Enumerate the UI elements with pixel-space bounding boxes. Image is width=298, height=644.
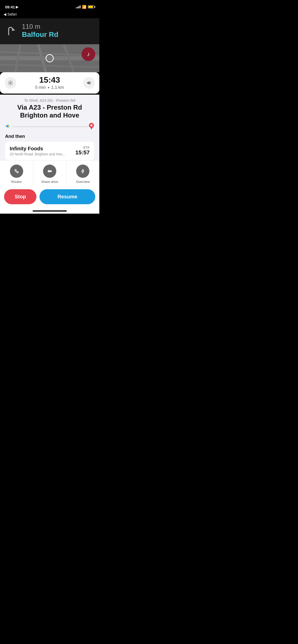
pin-icon <box>89 123 94 130</box>
home-bar <box>33 210 67 212</box>
nav-position-arrow <box>5 123 11 130</box>
eta-label: ETA <box>75 146 90 149</box>
battery-icon <box>88 5 94 8</box>
location-icon: ▶ <box>16 5 18 9</box>
nav-distance: 110 m <box>22 23 58 30</box>
bottom-actions: Routes Share drive Overview <box>0 160 99 187</box>
back-chevron-icon: ◀ <box>4 12 6 16</box>
resume-button[interactable]: Resume <box>39 189 95 204</box>
share-drive-label: Share drive <box>41 180 58 184</box>
back-label: Safari <box>7 12 17 16</box>
turn-arrow-icon <box>5 25 17 37</box>
distance-label: 1.1 km <box>51 85 64 90</box>
overview-button[interactable]: Overview <box>66 160 99 187</box>
route-line <box>12 126 88 127</box>
safari-back-button[interactable]: ◀ Safari <box>0 11 99 18</box>
volume-icon <box>86 80 92 86</box>
current-position-icon <box>5 123 11 129</box>
routes-button[interactable]: Routes <box>0 160 33 187</box>
destination-name: Infinity Foods <box>10 146 65 152</box>
overview-label: Overview <box>76 180 90 184</box>
destination-eta: ETA 15:57 <box>75 146 90 156</box>
destination-info: Infinity Foods 25 North Road, Brighton a… <box>10 146 65 156</box>
wifi-icon: 📶 <box>82 5 86 9</box>
svg-point-7 <box>10 82 11 84</box>
music-note-icon: ♪ <box>87 51 90 58</box>
arrival-time: 15:43 <box>35 76 64 84</box>
home-indicator <box>0 210 99 214</box>
signal-icon <box>76 5 80 8</box>
routes-icon <box>10 165 23 178</box>
svg-marker-13 <box>90 127 93 130</box>
route-subtitle: To Shell, A23 (N) - Preston Rd <box>5 98 94 103</box>
status-bar: 09:41 ▶ 📶 <box>0 0 99 11</box>
music-button[interactable]: ♪ <box>82 47 95 61</box>
destination-card[interactable]: Infinity Foods 25 North Road, Brighton a… <box>5 142 94 160</box>
overview-icon <box>76 165 89 178</box>
status-time: 09:41 ▶ <box>5 5 18 9</box>
eta-card: 15:43 5 min 1.1 km <box>0 72 99 94</box>
destination-address: 25 North Road, Brighton and Hov... <box>10 152 65 156</box>
eta-center: 15:43 5 min 1.1 km <box>35 76 64 90</box>
status-indicators: 📶 <box>76 5 94 9</box>
time-label: 09:41 <box>5 5 15 9</box>
stop-button[interactable]: Stop <box>4 189 36 204</box>
and-then-label: And then <box>5 134 94 139</box>
map-view[interactable]: ♪ <box>0 44 99 72</box>
eta-details: 5 min 1.1 km <box>35 85 64 90</box>
svg-point-10 <box>8 125 9 127</box>
duration-label: 5 min <box>35 85 46 90</box>
svg-marker-16 <box>47 170 52 173</box>
share-drive-button[interactable]: Share drive <box>33 160 66 187</box>
share-icon <box>43 165 56 178</box>
route-title: Via A23 - Preston RdBrighton and Hove <box>5 104 94 119</box>
separator-dot <box>48 87 49 88</box>
eta-time: 15:57 <box>75 149 90 156</box>
svg-marker-8 <box>87 81 90 85</box>
route-section: To Shell, A23 (N) - Preston Rd Via A23 -… <box>0 95 99 160</box>
settings-button[interactable] <box>5 77 16 89</box>
route-progress <box>5 123 94 130</box>
nav-info: 110 m Balfour Rd <box>22 23 58 39</box>
gear-icon <box>8 80 13 86</box>
main-buttons: Stop Resume <box>0 187 99 210</box>
nav-direction-header: 110 m Balfour Rd <box>0 18 99 44</box>
progress-fill <box>12 126 18 127</box>
routes-label: Routes <box>11 180 22 184</box>
location-dot <box>46 54 54 62</box>
destination-pin-icon <box>89 123 94 131</box>
volume-button[interactable] <box>83 77 95 89</box>
nav-street: Balfour Rd <box>22 30 58 39</box>
svg-point-12 <box>90 124 92 126</box>
